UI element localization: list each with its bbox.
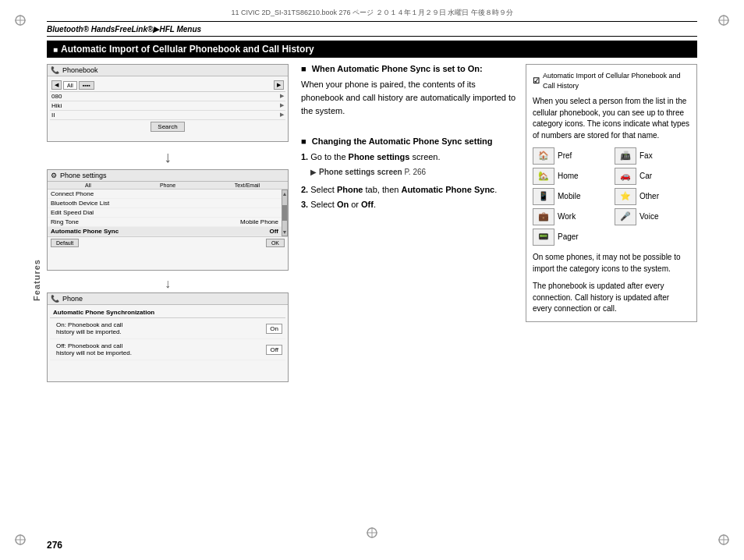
info-box-area: Automatic Import of Cellular Phonebook a… [526, 64, 697, 529]
corner-mark-br [707, 523, 730, 546]
settings-row-bluetooth: Bluetooth Device List [48, 199, 282, 208]
pb-entry-2: Hiki▶ [50, 101, 285, 111]
pb-entry-1: 080▶ [50, 92, 285, 101]
instructions-area: When Automatic Phone Sync is set to On: … [301, 64, 516, 529]
icon-grid: 🏠 Pref 📠 Fax 🏡 Home 🚗 [533, 147, 690, 246]
when-on-title: When Automatic Phone Sync is set to On: [301, 64, 516, 73]
mobile-icon: 📱 [533, 188, 554, 205]
bottom-center-mark [360, 521, 384, 546]
when-on-body: When your phone is paired, the contents … [301, 78, 516, 118]
icon-other: ⭐ Other [615, 188, 690, 205]
content-columns: 📞 Phonebook ◀ All ▪▪▪▪ ▶ 080▶ H [47, 64, 697, 529]
icon-voice: 🎤 Voice [615, 208, 690, 225]
pb-right-btn[interactable]: ▶ [274, 80, 284, 90]
fax-icon: 📠 [615, 147, 636, 165]
phonebook-screen-body: ◀ All ▪▪▪▪ ▶ 080▶ Hiki▶ II▶ [48, 76, 288, 135]
other-icon: ⭐ [615, 188, 636, 205]
voice-icon: 🎤 [615, 208, 636, 225]
scrollbar[interactable]: ▲ ▼ [282, 190, 288, 236]
icon-home: 🏡 Home [533, 168, 608, 185]
sync-option-list: On: Phonebook and callhistory will be im… [50, 318, 285, 360]
settings-list: Connect Phone Bluetooth Device List Edit… [48, 190, 282, 236]
step-ref: ▶ Phone settings screen P. 266 [301, 166, 516, 179]
step-1: 1. Go to the Phone settings screen. [301, 151, 516, 165]
step-3: 3. Select On or Off. [301, 198, 516, 212]
step-2: 2. Select Phone tab, then Automatic Phon… [301, 183, 516, 197]
main-content: Automatic Import of Cellular Phonebook a… [47, 41, 697, 529]
icon-pager: 📟 Pager [533, 229, 608, 246]
sync-screen-header: 📞 Phone [48, 293, 288, 305]
sync-screen: 📞 Phone Automatic Phone Synchronization … [47, 292, 289, 382]
icon-mobile: 📱 Mobile [533, 188, 608, 205]
file-info: 11 CIVIC 2D_SI-31TS86210.book 276 ページ ２０… [47, 8, 697, 22]
sync-screen-body: Automatic Phone Synchronization On: Phon… [48, 305, 288, 363]
ok-button[interactable]: OK [266, 239, 285, 247]
info-box: Automatic Import of Cellular Phonebook a… [526, 64, 697, 322]
sync-on-label: On: Phonebook and callhistory will be im… [53, 320, 126, 337]
arrow-down: ↓ [47, 148, 289, 166]
note2: The phonebook is updated after every con… [533, 281, 690, 315]
settings-screen: ⚙ Phone settings All Phone Text/Email Co… [47, 169, 289, 271]
pb-tab-all[interactable]: All [63, 81, 77, 90]
settings-col-headers: All Phone Text/Email [48, 182, 288, 190]
sync-on-value: On [266, 324, 282, 334]
changing-title: Changing the Automatic Phone Sync settin… [301, 136, 516, 146]
default-button[interactable]: Default [51, 239, 79, 247]
phonebook-screen-header: 📞 Phonebook [48, 65, 288, 76]
settings-screen-header: ⚙ Phone settings [48, 170, 288, 182]
settings-row-speed-dial: Edit Speed Dial [48, 208, 282, 218]
corner-mark-tl [14, 14, 37, 37]
step-list: 1. Go to the Phone settings screen. ▶ Ph… [301, 151, 516, 212]
pref-icon: 🏠 [533, 147, 554, 165]
breadcrumb: Bluetooth® HandsFreeLink®▶HFL Menus [47, 25, 201, 34]
corner-mark-tr [707, 14, 730, 37]
icon-fax: 📠 Fax [615, 147, 690, 165]
note1: On some phones, it may not be possible t… [533, 252, 690, 275]
settings-col-all: All [49, 183, 127, 188]
breadcrumb-divider [47, 36, 697, 37]
settings-col-phone: Phone [129, 183, 207, 188]
scrollbar-thumb [282, 205, 287, 221]
pb-tab-2[interactable]: ▪▪▪▪ [79, 81, 94, 90]
corner-mark-bl [14, 523, 37, 546]
settings-row-connect: Connect Phone [48, 190, 282, 199]
pager-icon: 📟 [533, 229, 554, 246]
pb-left-btn[interactable]: ◀ [51, 80, 62, 90]
icon-car: 🚗 Car [615, 168, 690, 185]
sync-title-row: Automatic Phone Synchronization [50, 307, 285, 318]
settings-row-sync: Automatic Phone SyncOff [48, 227, 282, 236]
right-column: When Automatic Phone Sync is set to On: … [301, 64, 697, 529]
info-box-body: When you select a person from the list i… [533, 96, 690, 141]
icon-pref: 🏠 Pref [533, 147, 608, 165]
pb-search[interactable]: Search [50, 120, 285, 133]
sync-off-row: Off: Phonebook and callhistory will not … [50, 339, 285, 360]
home-icon: 🏡 [533, 168, 554, 185]
arrow-down-2: ↓ [47, 277, 289, 291]
car-icon: 🚗 [615, 168, 636, 185]
sync-options: On: Phonebook and callhistory will be im… [50, 318, 285, 360]
settings-footer: Default OK [48, 236, 288, 249]
section-header: Automatic Import of Cellular Phonebook a… [47, 41, 697, 58]
icon-work: 💼 Work [533, 208, 608, 225]
settings-row-ring: Ring ToneMobile Phone [48, 218, 282, 227]
left-column: 📞 Phonebook ◀ All ▪▪▪▪ ▶ 080▶ H [47, 64, 289, 529]
page-number: 276 [47, 540, 62, 551]
sync-off-value: Off [266, 345, 282, 355]
pb-entry-3: II▶ [50, 111, 285, 120]
work-icon: 💼 [533, 208, 554, 225]
info-box-title: Automatic Import of Cellular Phonebook a… [533, 71, 690, 91]
sidebar-label: Features [32, 259, 41, 301]
settings-list-container: Connect Phone Bluetooth Device List Edit… [48, 190, 288, 236]
sync-on-row: On: Phonebook and callhistory will be im… [50, 318, 285, 339]
settings-col-text: Text/Email [208, 183, 286, 188]
sync-off-label: Off: Phonebook and callhistory will not … [53, 341, 135, 358]
phonebook-screen: 📞 Phonebook ◀ All ▪▪▪▪ ▶ 080▶ H [47, 64, 289, 142]
phonebook-toolbar: ◀ All ▪▪▪▪ ▶ [50, 79, 285, 92]
